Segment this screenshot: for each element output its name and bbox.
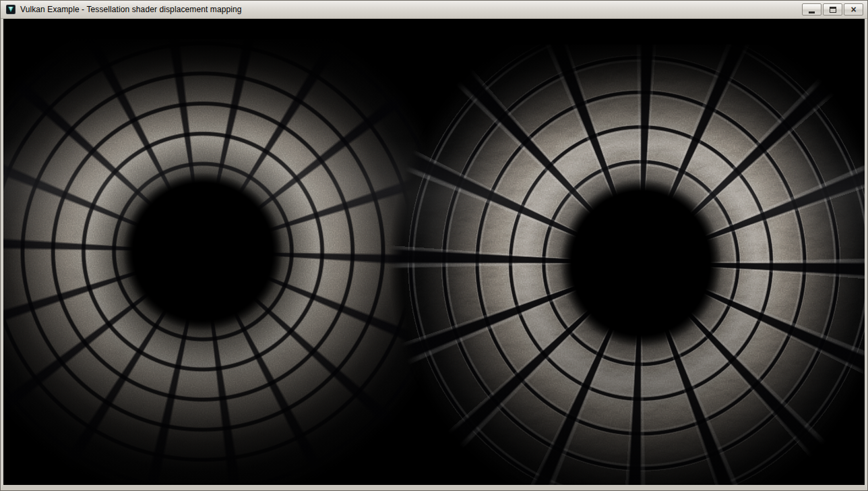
minimize-icon [809,11,815,13]
maximize-icon [830,7,836,13]
torus-right [385,45,865,485]
stone-grain-texture [385,45,865,485]
render-viewport[interactable] [3,19,865,485]
window-title: Vulkan Example - Tessellation shader dis… [20,5,242,14]
close-button[interactable]: × [844,3,863,16]
window-frame [1,19,867,490]
minimize-button[interactable] [802,3,822,16]
window-controls: × [802,3,863,16]
close-icon: × [850,5,856,14]
maximize-button[interactable] [823,3,842,16]
app-window: Vulkan Example - Tessellation shader dis… [0,0,868,491]
title-bar[interactable]: Vulkan Example - Tessellation shader dis… [1,1,867,19]
app-icon [5,4,16,15]
